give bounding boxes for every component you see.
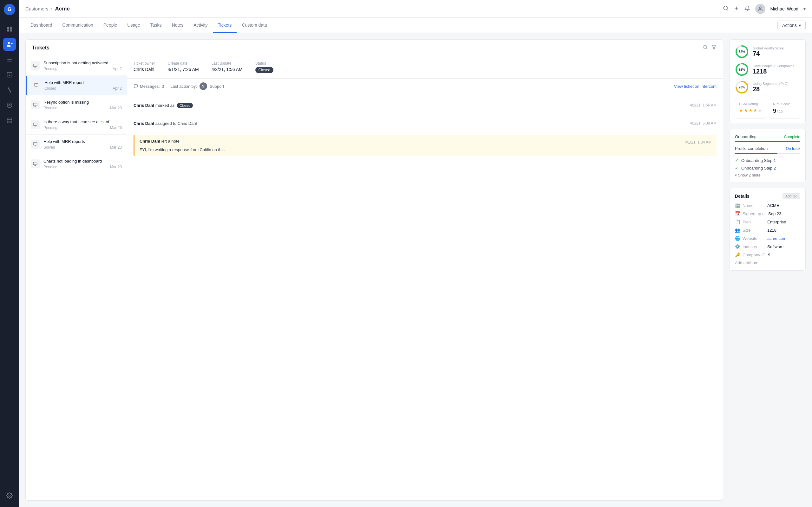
tab-communication[interactable]: Communication [57,18,98,33]
ticket-meta: Pending Mar 20 [44,165,122,169]
event-action: left a note [161,139,180,144]
sidebar-item-dashboard[interactable] [3,23,16,36]
sidebar-item-reports[interactable] [3,114,16,127]
main-area: Customers › Acme Michael Wood ▾ Dashboar… [19,0,812,507]
health-name: Have People + Companies [753,64,800,68]
sidebar-item-integrations[interactable] [3,99,16,112]
sidebar-item-customers[interactable] [3,38,16,51]
ticket-date: Mar 26 [110,125,122,130]
svg-point-22 [703,45,707,49]
sidebar-item-tasks[interactable] [3,68,16,81]
ticket-item[interactable]: Charts not loading in dashboard Pending … [26,154,127,174]
detail-row-industry: ⚙️ Industry Software [735,244,800,249]
health-info: Using Segments (P+C) 28 [753,82,800,93]
ticket-status: Pending [44,125,57,130]
show-more-label: Show 2 more [738,173,761,177]
ticket-subject: Charts not loading in dashboard [44,159,122,164]
ticket-info: Subscription is not getting activated Pe… [44,60,122,71]
ticket-last-update-field: Last update 4/2/21, 1:56 AM [212,61,243,73]
tab-activity[interactable]: Activity [189,18,212,33]
search-icon[interactable] [723,5,728,12]
ticket-item[interactable]: Help with MRR reports Solved Mar 23 [26,135,127,154]
tab-people[interactable]: People [98,18,122,33]
notifications-icon[interactable] [745,5,750,12]
detail-row-company-id: 🔑 Company ID 9 [735,252,800,257]
health-card: 82% Global Health Score 74 92% [729,39,806,124]
star-2: ★ [744,108,748,113]
tab-usage[interactable]: Usage [122,18,145,33]
add-icon[interactable] [734,5,740,12]
ticket-create-date-label: Create date [168,61,199,66]
actions-button[interactable]: Actions ▾ [777,20,806,30]
step-label: Onboarding Step 2 [741,166,776,170]
ticket-status: Pending [44,106,57,110]
sidebar-item-settings[interactable] [3,489,16,502]
ticket-status: Solved [44,145,55,150]
svg-point-16 [9,495,10,497]
ticket-item[interactable]: Help with MRR report Closed Apr 2 [26,76,127,95]
ticket-create-date-field: Create date 4/1/21, 7:26 AM [168,61,199,73]
tab-tickets[interactable]: Tickets [213,18,237,33]
ticket-icon [31,61,40,70]
show-more-button[interactable]: ▾ Show 2 more [735,173,800,177]
nps-value: 9 [773,108,776,114]
ticket-info: Help with MRR reports Solved Mar 23 [44,139,122,150]
content-area: Tickets [19,33,812,507]
svg-marker-24 [712,45,716,49]
star-1: ★ [739,108,743,113]
svg-rect-13 [7,118,12,123]
app-logo[interactable]: G [4,4,15,15]
circle-progress-people: 92% [735,62,749,76]
star-5: ★ [758,108,762,113]
ticket-owner-label: Ticket owner [134,61,155,66]
ticket-item[interactable]: Is there a way that I can see a list of.… [26,115,127,135]
detail-value-company-id: 9 [768,252,770,257]
svg-rect-0 [7,27,9,29]
ticket-meta: Closed Apr 2 [44,86,122,91]
sidebar-item-health[interactable] [3,83,16,96]
tab-custom-data[interactable]: Custom data [237,18,272,33]
health-value: 74 [753,50,800,57]
breadcrumb-separator: › [51,6,53,11]
actions-dropdown-icon: ▾ [799,23,801,28]
ticket-note-event: Chris Dahl left a note 4/1/21, 1:34 AM F… [134,135,716,156]
ticket-events: Chris Dahl marked as Closed 4/2/21, 1:56… [127,94,723,500]
ticket-item[interactable]: Resync option is missing Pending Mar 28 [26,95,127,115]
svg-line-23 [706,48,707,49]
event-badge: Closed [177,103,193,108]
svg-point-17 [723,6,727,10]
tab-tasks[interactable]: Tasks [145,18,167,33]
add-tag-button[interactable]: Add tag [782,193,800,199]
topbar-right: Michael Wood ▾ [723,4,806,14]
svg-point-4 [8,42,10,44]
star-3: ★ [749,108,753,113]
nps-rating-card: NPS Score 9 / 10 [769,98,800,118]
detail-value-name: ACME [767,203,779,208]
detail-value-industry: Software [767,244,783,249]
ticket-date: Mar 23 [110,145,122,150]
view-ticket-link[interactable]: View ticket on Intercom [674,84,716,89]
nav-tabs-right: Actions ▾ [777,20,806,30]
breadcrumb-parent[interactable]: Customers [26,6,49,11]
ticket-item[interactable]: Subscription is not getting activated Pe… [26,56,127,76]
detail-label-name: Name [743,203,765,208]
tab-dashboard[interactable]: Dashboard [26,18,57,33]
onboarding-label: Onboarding [735,134,757,139]
add-attribute-button[interactable]: Add attribute [735,261,800,265]
event-actor: Chris Dahl [134,103,154,108]
tickets-search-icon[interactable] [703,45,708,51]
csm-rating-label: CSM Rating [739,102,762,106]
user-name: Michael Wood [770,6,798,11]
ticket-icon [31,159,40,168]
onboarding-steps: ✓ Onboarding Step 1 ✓ Onboarding Step 2 [735,158,800,170]
user-dropdown-icon[interactable]: ▾ [803,6,806,11]
sidebar-item-segments[interactable] [3,53,16,66]
ticket-icon [31,120,40,129]
detail-label-size: Size [743,228,765,233]
circle-label: 73% [739,86,745,89]
tickets-header-icons [703,45,716,51]
svg-rect-3 [10,30,12,32]
tab-notes[interactable]: Notes [167,18,189,33]
detail-value-website[interactable]: acme.com [767,236,786,241]
tickets-filter-icon[interactable] [711,45,716,51]
